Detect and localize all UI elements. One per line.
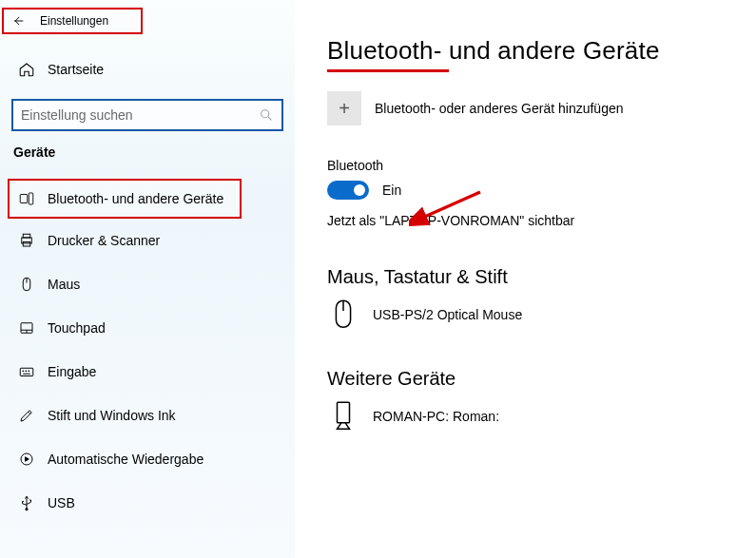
sidebar-item-label: USB	[48, 495, 75, 510]
sidebar-item-pen[interactable]: Stift und Windows Ink	[0, 394, 295, 437]
svg-point-14	[29, 371, 29, 372]
group-mouse-keyboard-pen: Maus, Tastatur & Stift	[327, 266, 737, 288]
window-header: Einstellungen	[2, 8, 143, 34]
sidebar-item-label: Touchpad	[48, 320, 106, 336]
svg-point-12	[23, 371, 24, 372]
pen-icon	[15, 407, 38, 424]
usb-icon	[15, 494, 38, 511]
svg-rect-11	[20, 368, 33, 375]
printer-icon	[15, 232, 38, 249]
sidebar-home[interactable]: Startseite	[0, 51, 295, 87]
svg-point-0	[262, 110, 269, 118]
sidebar-item-typing[interactable]: Eingabe	[0, 350, 295, 394]
page-title: Bluetooth- und andere Geräte	[327, 36, 737, 66]
plus-icon: +	[327, 91, 361, 125]
content-pane: Bluetooth- und andere Geräte + Bluetooth…	[295, 0, 756, 558]
svg-rect-1	[20, 195, 28, 203]
header-title: Einstellungen	[40, 14, 108, 28]
sidebar-item-bluetooth[interactable]: Bluetooth- und andere Geräte	[8, 179, 242, 219]
sidebar-item-mouse[interactable]: Maus	[0, 262, 295, 306]
svg-point-17	[26, 509, 28, 510]
settings-sidebar: Einstellungen Startseite Geräte Bluetoot…	[0, 0, 295, 558]
sidebar-item-touchpad[interactable]: Touchpad	[0, 306, 295, 350]
device-generic-icon	[331, 401, 356, 432]
annotation-underline	[327, 69, 449, 72]
sidebar-item-label: Drucker & Scanner	[48, 233, 160, 248]
back-arrow-icon[interactable]	[10, 12, 27, 29]
keyboard-icon	[15, 363, 38, 380]
bluetooth-heading: Bluetooth	[327, 158, 737, 173]
search-input[interactable]	[21, 107, 259, 123]
device-row-other[interactable]: ROMAN-PC: Roman:	[327, 401, 737, 432]
add-device-row[interactable]: + Bluetooth- oder anderes Gerät hinzufüg…	[327, 91, 737, 125]
home-icon	[15, 61, 38, 78]
sidebar-home-label: Startseite	[48, 62, 104, 77]
device-name: USB-PS/2 Optical Mouse	[373, 307, 522, 322]
svg-rect-5	[23, 242, 30, 247]
device-name: ROMAN-PC: Roman:	[373, 409, 499, 424]
device-row-mouse[interactable]: USB-PS/2 Optical Mouse	[327, 299, 737, 330]
mouse-icon	[331, 299, 356, 330]
search-icon	[259, 107, 274, 123]
svg-rect-4	[23, 234, 30, 238]
sidebar-item-label: Automatische Wiedergabe	[48, 452, 204, 467]
bluetooth-toggle[interactable]	[327, 181, 369, 200]
sidebar-item-label: Eingabe	[48, 364, 96, 379]
sidebar-item-label: Maus	[48, 277, 80, 292]
svg-rect-2	[29, 193, 33, 204]
bluetooth-visibility-text: Jetzt als "LAPTOP-VONROMAN" sichtbar	[327, 213, 737, 228]
touchpad-icon	[15, 319, 38, 337]
sidebar-item-label: Bluetooth- und andere Geräte	[48, 191, 223, 206]
search-box[interactable]	[11, 99, 283, 131]
svg-rect-20	[338, 402, 350, 423]
autoplay-icon	[15, 451, 38, 468]
sidebar-item-autoplay[interactable]: Automatische Wiedergabe	[0, 437, 295, 481]
sidebar-item-usb[interactable]: USB	[0, 481, 295, 525]
bluetooth-toggle-state: Ein	[382, 183, 401, 198]
sidebar-item-printers[interactable]: Drucker & Scanner	[0, 219, 295, 262]
group-other-devices: Weitere Geräte	[327, 368, 737, 390]
devices-icon	[15, 190, 38, 207]
section-heading-devices: Geräte	[13, 144, 295, 160]
mouse-icon	[15, 276, 38, 293]
sidebar-item-label: Stift und Windows Ink	[48, 408, 176, 423]
sidebar-nav: Bluetooth- und andere Geräte Drucker & S…	[0, 179, 295, 525]
svg-point-13	[26, 371, 27, 372]
add-device-label: Bluetooth- oder anderes Gerät hinzufügen	[375, 101, 624, 116]
